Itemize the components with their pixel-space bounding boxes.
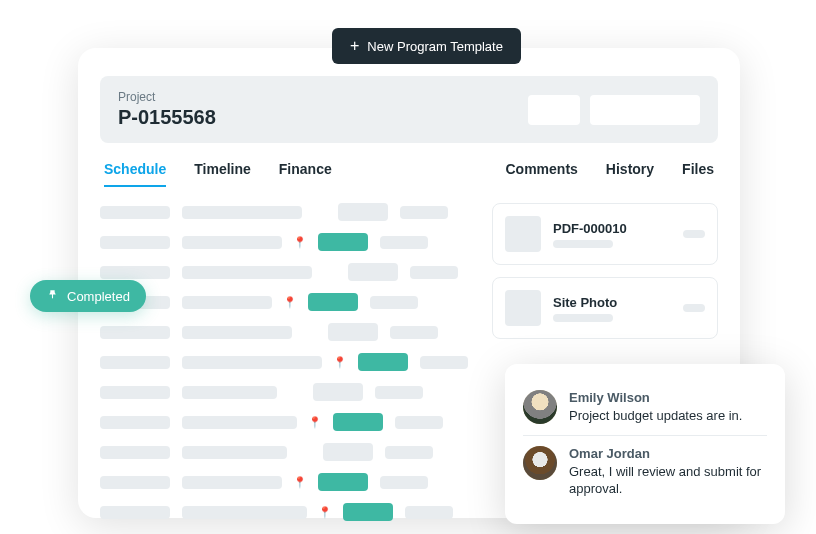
file-badge	[683, 304, 705, 312]
cell	[405, 506, 453, 519]
cell	[182, 206, 302, 219]
comment-text: Project budget updates are in.	[569, 407, 767, 425]
meta-bar	[553, 240, 613, 248]
cell	[338, 203, 388, 221]
completed-pill[interactable]: Completed	[30, 280, 146, 312]
cell	[182, 236, 282, 249]
tab-history[interactable]: History	[606, 161, 654, 187]
cell	[182, 356, 322, 369]
table-row[interactable]	[100, 263, 468, 281]
cell	[100, 386, 170, 399]
cell	[100, 446, 170, 459]
pin-icon	[46, 288, 59, 304]
cell	[100, 476, 170, 489]
comment-body: Omar Jordan Great, I will review and sub…	[569, 446, 767, 498]
file-name: Site Photo	[553, 295, 671, 310]
tab-timeline[interactable]: Timeline	[194, 161, 251, 187]
cell	[182, 476, 282, 489]
status-cell	[308, 293, 358, 311]
cell	[420, 356, 468, 369]
tab-files[interactable]: Files	[682, 161, 714, 187]
cell	[182, 446, 287, 459]
pin-icon: 📍	[318, 506, 332, 519]
comment-text: Great, I will review and submit for appr…	[569, 463, 767, 498]
file-badge	[683, 230, 705, 238]
table-row[interactable]: 📍	[100, 233, 468, 251]
status-cell	[358, 353, 408, 371]
cell	[100, 356, 170, 369]
table-row[interactable]: 📍	[100, 413, 468, 431]
cell	[323, 443, 373, 461]
tabs-left: Schedule Timeline Finance	[104, 161, 332, 187]
table-row[interactable]: 📍	[100, 353, 468, 371]
comment-author: Emily Wilson	[569, 390, 767, 405]
file-card[interactable]: PDF-000010	[492, 203, 718, 265]
file-thumbnail	[505, 216, 541, 252]
project-id: P-0155568	[118, 106, 216, 129]
header-button-2[interactable]	[590, 95, 700, 125]
cell	[182, 386, 277, 399]
cell	[400, 206, 448, 219]
table-row[interactable]: 📍	[100, 473, 468, 491]
file-card[interactable]: Site Photo	[492, 277, 718, 339]
file-meta	[553, 314, 671, 322]
cell	[410, 266, 458, 279]
table-row[interactable]	[100, 203, 468, 221]
pin-icon: 📍	[308, 416, 322, 429]
pin-icon: 📍	[293, 476, 307, 489]
cell	[380, 476, 428, 489]
cell	[100, 416, 170, 429]
plus-icon: +	[350, 38, 359, 54]
meta-bar	[553, 314, 613, 322]
header-button-1[interactable]	[528, 95, 580, 125]
comment-body: Emily Wilson Project budget updates are …	[569, 390, 767, 425]
cell	[395, 416, 443, 429]
cell	[100, 266, 170, 279]
completed-label: Completed	[67, 289, 130, 304]
tab-finance[interactable]: Finance	[279, 161, 332, 187]
tab-schedule[interactable]: Schedule	[104, 161, 166, 187]
file-thumbnail	[505, 290, 541, 326]
cell	[182, 416, 297, 429]
cell	[182, 296, 272, 309]
cell	[100, 236, 170, 249]
status-cell	[333, 413, 383, 431]
cell	[182, 326, 292, 339]
cell	[182, 506, 307, 519]
project-header: Project P-0155568	[100, 76, 718, 143]
table-row[interactable]	[100, 443, 468, 461]
cell	[100, 206, 170, 219]
comment-author: Omar Jordan	[569, 446, 767, 461]
header-action-buttons	[528, 95, 700, 125]
pin-col: 📍	[284, 296, 296, 309]
tab-comments[interactable]: Comments	[506, 161, 578, 187]
table-row[interactable]: 📍	[100, 293, 468, 311]
cell	[348, 263, 398, 281]
file-meta	[553, 240, 671, 248]
file-info: PDF-000010	[553, 221, 671, 248]
status-cell	[318, 473, 368, 491]
comment-item[interactable]: Omar Jordan Great, I will review and sub…	[523, 435, 767, 508]
table-row[interactable]	[100, 323, 468, 341]
table-row[interactable]	[100, 383, 468, 401]
table-row[interactable]: 📍	[100, 503, 468, 521]
cell	[385, 446, 433, 459]
pin-col: 📍	[334, 356, 346, 369]
cell	[370, 296, 418, 309]
pin-icon: 📍	[283, 296, 297, 309]
pin-col: 📍	[319, 506, 331, 519]
new-program-template-button[interactable]: + New Program Template	[332, 28, 521, 64]
schedule-table: 📍 📍	[100, 203, 468, 533]
comment-item[interactable]: Emily Wilson Project budget updates are …	[523, 380, 767, 435]
avatar	[523, 390, 557, 424]
pin-col: 📍	[294, 236, 306, 249]
project-title-block: Project P-0155568	[118, 90, 216, 129]
cell	[380, 236, 428, 249]
status-cell	[318, 233, 368, 251]
pin-col: 📍	[294, 476, 306, 489]
pin-icon: 📍	[293, 236, 307, 249]
new-program-label: New Program Template	[367, 39, 503, 54]
cell	[375, 386, 423, 399]
avatar	[523, 446, 557, 480]
cell	[313, 383, 363, 401]
